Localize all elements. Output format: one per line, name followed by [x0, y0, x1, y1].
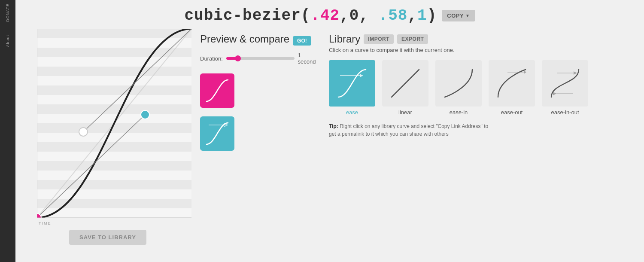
curve-svg-ease [335, 66, 369, 101]
param2: 0 [349, 7, 359, 24]
duration-slider-thumb [235, 55, 241, 61]
sidebar: DONATE About [0, 0, 15, 262]
param3: .58 [379, 7, 408, 24]
preview-box-pink[interactable] [200, 73, 234, 108]
curve-svg-ease-out [495, 66, 529, 101]
formula-suffix: ) [427, 7, 437, 24]
svg-point-7 [79, 128, 88, 136]
curve-label-ease-in-out: ease-in-out [551, 109, 579, 116]
tip-content: Right click on any library curve and sel… [329, 123, 488, 137]
header: cubic-bezier(.42,0, .58,1) COPY ▼ [15, 0, 644, 29]
copy-label: COPY [447, 12, 464, 19]
preview-boxes [200, 73, 320, 155]
copy-button[interactable]: COPY ▼ [442, 10, 475, 21]
curve-item-linear[interactable]: linear [382, 60, 428, 116]
preview-title: Preview & compare [200, 33, 289, 45]
duration-slider[interactable] [226, 57, 295, 60]
curve-thumb-ease-in [435, 60, 482, 107]
main-content: cubic-bezier(.42,0, .58,1) COPY ▼ PROGRE… [15, 0, 644, 262]
curve-item-ease-in-out[interactable]: ease-in-out [542, 60, 588, 116]
tip-text: Tip: Right click on any library curve an… [329, 122, 492, 138]
curve-thumb-ease-out [489, 60, 535, 107]
curve-item-ease-out[interactable]: ease-out [489, 60, 535, 116]
formula-prefix: cubic-bezier( [185, 7, 311, 24]
library-title: Library [329, 33, 360, 45]
svg-point-6 [141, 110, 149, 119]
bezier-canvas-area: PROGRESSION [24, 29, 191, 258]
preview-curve-pink [204, 78, 230, 104]
curve-label-ease-out: ease-out [501, 109, 523, 116]
about-link[interactable]: About [6, 35, 10, 47]
library-subtitle: Click on a curve to compare it with the … [329, 47, 635, 53]
curve-grid: ease linear [329, 60, 635, 116]
curve-svg-ease-in-out [548, 66, 582, 101]
curve-thumb-ease-in-out [542, 60, 588, 107]
curve-item-ease[interactable]: ease [329, 60, 375, 116]
import-button[interactable]: IMPORT [364, 34, 394, 44]
library-panel: Library IMPORT EXPORT Click on a curve t… [329, 29, 635, 258]
comma3: , [407, 7, 417, 24]
body-area: PROGRESSION [15, 29, 644, 262]
curve-item-ease-in[interactable]: ease-in [435, 60, 482, 116]
curve-label-ease: ease [346, 109, 358, 116]
svg-marker-20 [574, 71, 577, 75]
svg-marker-22 [553, 92, 556, 95]
preview-curve-teal [204, 121, 230, 146]
library-header: Library IMPORT EXPORT [329, 33, 635, 45]
donate-button[interactable]: DONATE [6, 3, 10, 22]
time-label: TIME [39, 221, 52, 225]
svg-marker-15 [360, 74, 363, 77]
curve-thumb-linear [382, 60, 428, 107]
svg-marker-18 [524, 70, 526, 74]
curve-svg-ease-in [441, 66, 476, 101]
formula-display: cubic-bezier(.42,0, .58,1) [185, 7, 437, 24]
preview-panel: Preview & compare GO! Duration: 1 second [200, 29, 320, 258]
duration-label: Duration: [200, 55, 223, 62]
preview-box-teal[interactable] [200, 116, 234, 151]
param1: .42 [310, 7, 340, 24]
tip-strong: Tip: [329, 123, 338, 129]
curve-thumb-ease [329, 60, 375, 107]
comma1: , [340, 7, 349, 24]
go-button[interactable]: GO! [293, 36, 311, 46]
duration-row: Duration: 1 second [200, 52, 320, 65]
bezier-svg [37, 29, 191, 218]
curve-label-linear: linear [398, 109, 412, 116]
copy-dropdown-arrow: ▼ [465, 13, 470, 18]
svg-line-16 [392, 70, 419, 97]
comma2: , [359, 7, 378, 24]
curve-svg-linear [388, 66, 422, 101]
param4: 1 [417, 7, 427, 24]
bezier-canvas[interactable]: PROGRESSION [37, 29, 191, 218]
duration-value: 1 second [298, 52, 320, 65]
curve-label-ease-in: ease-in [450, 109, 468, 116]
save-to-library-button[interactable]: SAVE TO LIBRARY [69, 230, 146, 245]
export-button[interactable]: EXPORT [397, 34, 428, 44]
